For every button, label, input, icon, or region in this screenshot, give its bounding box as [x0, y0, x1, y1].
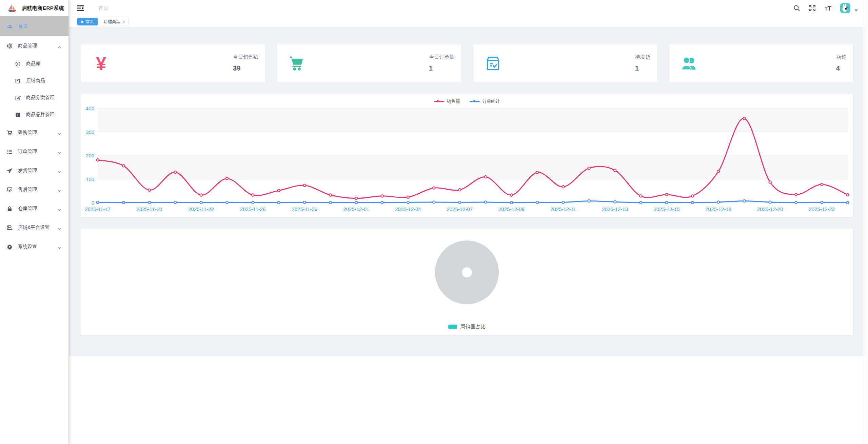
send-icon	[7, 168, 13, 174]
stat-card-label: 今日销售额	[233, 54, 258, 60]
active-dot-icon	[81, 21, 83, 23]
sidebar-item-5[interactable]: 售后管理	[0, 180, 68, 199]
stat-card-label: 今日订单量	[429, 54, 454, 60]
sidebar-subitem-label: 商品库	[26, 61, 40, 67]
font-size-icon[interactable]: TT	[825, 5, 831, 12]
tag-label: 店铺商品	[104, 19, 120, 25]
legend-item-1[interactable]: 订单统计	[470, 98, 500, 104]
chevron-down-icon	[58, 245, 61, 249]
lock-icon	[7, 206, 13, 212]
sidebar-item-7[interactable]: 店铺&平台设置	[0, 218, 68, 237]
sidebar-item-6[interactable]: 仓库管理	[0, 199, 68, 218]
sidebar-item-1[interactable]: 商品管理	[0, 36, 68, 55]
server-icon	[7, 225, 13, 231]
sidebar-item-label: 商品管理	[18, 43, 37, 49]
sidebar-item-8[interactable]: 系统设置	[0, 237, 68, 256]
sidebar: 启航电商ERP系统 首页 商品管理 商品库 店铺商品 商品分类管理I 商品品牌管…	[0, 0, 69, 444]
line-marker-icon	[470, 99, 480, 103]
tag-label: 首页	[86, 19, 94, 25]
svg-text:2025-12-04: 2025-12-04	[395, 206, 421, 212]
sales-orders-chart-card: 销售额 订单统计 01002003004002025-11-172025-11-…	[81, 94, 853, 217]
svg-text:0: 0	[92, 200, 94, 206]
tag-bar: 首页店铺商品×	[69, 16, 868, 27]
svg-text:100: 100	[86, 176, 94, 182]
chevron-up-icon	[58, 44, 61, 48]
sailboat-logo-icon	[7, 3, 17, 13]
vertical-scrollbar[interactable]	[863, 0, 868, 444]
svg-text:2025-12-22: 2025-12-22	[809, 206, 835, 212]
legend-label: 订单统计	[482, 98, 500, 104]
svg-text:2025-11-20: 2025-11-20	[137, 206, 162, 212]
sidebar-subitem-1-3[interactable]: I 商品品牌管理	[0, 106, 68, 123]
sidebar-item-0[interactable]: 首页	[0, 16, 68, 36]
stat-card-label: 店铺	[836, 54, 846, 60]
svg-text:2025-11-26: 2025-11-26	[240, 206, 266, 212]
stat-card-0: ¥ 今日销售额 39	[81, 44, 265, 82]
svg-text:2025-11-17: 2025-11-17	[85, 206, 111, 212]
yen-icon: ¥	[92, 54, 111, 73]
svg-text:2025-11-29: 2025-11-29	[292, 206, 317, 212]
sidebar-item-label: 采购管理	[18, 130, 37, 136]
sidebar-subitem-1-0[interactable]: 商品库	[0, 55, 68, 72]
cart-filled-icon	[288, 54, 307, 73]
svg-text:300: 300	[86, 129, 94, 135]
sidebar-subitem-1-1[interactable]: 店铺商品	[0, 72, 68, 89]
sidebar-subitem-label: 商品分类管理	[26, 95, 55, 101]
stat-card-value: 4	[836, 64, 846, 72]
fullscreen-icon[interactable]	[809, 5, 816, 12]
target-icon	[15, 61, 21, 67]
legend-item-0[interactable]: 销售额	[434, 98, 460, 104]
globe-icon	[7, 43, 13, 49]
close-icon[interactable]: ×	[122, 20, 125, 24]
sidebar-item-4[interactable]: 发货管理	[0, 161, 68, 180]
svg-text:2025-12-01: 2025-12-01	[343, 206, 369, 212]
line-marker-icon	[434, 99, 444, 103]
svg-text:2025-12-18: 2025-12-18	[705, 206, 731, 212]
svg-text:200: 200	[86, 153, 94, 158]
tab-tag-0[interactable]: 首页	[77, 18, 98, 25]
donut-legend-swatch	[448, 325, 457, 329]
svg-text:400: 400	[86, 105, 94, 111]
app-title: 启航电商ERP系统	[22, 5, 64, 12]
svg-text:2025-11-22: 2025-11-22	[188, 206, 214, 212]
svg-text:2025-12-15: 2025-12-15	[654, 206, 680, 212]
breadcrumb: 首页	[98, 5, 108, 12]
gear-icon	[7, 244, 13, 250]
main-content: ¥ 今日销售额 39 今日订单量 1 待发货 1 店铺 4 销售额 订单统计 0…	[69, 27, 863, 356]
donut-legend-item[interactable]: 周销量占比	[81, 324, 853, 330]
app-logo: 启航电商ERP系统	[0, 0, 68, 16]
stat-card-value: 39	[233, 64, 258, 72]
tab-tag-1[interactable]: 店铺商品×	[100, 18, 129, 25]
aftersale-icon	[7, 187, 13, 193]
stat-card-row: ¥ 今日销售额 39 今日订单量 1 待发货 1 店铺 4	[81, 44, 853, 82]
sidebar-item-label: 系统设置	[18, 244, 37, 250]
sidebar-item-2[interactable]: 采购管理	[0, 123, 68, 142]
chevron-down-icon	[58, 226, 61, 230]
user-avatar[interactable]	[840, 3, 850, 13]
legend-label: 销售额	[447, 98, 460, 104]
weekly-sales-donut-card: 周销量占比	[81, 229, 853, 335]
chevron-down-icon	[58, 150, 61, 154]
brand-icon: I	[15, 112, 21, 118]
sidebar-item-3[interactable]: 订单管理	[0, 142, 68, 161]
chevron-down-icon	[58, 188, 61, 192]
stat-card-1: 今日订单量 1	[277, 44, 461, 82]
compose-icon	[15, 95, 21, 101]
chevron-down-icon	[58, 131, 61, 135]
svg-text:2025-12-07: 2025-12-07	[447, 206, 473, 212]
sidebar-item-label: 订单管理	[18, 149, 37, 155]
list-icon	[7, 149, 13, 155]
caret-down-icon[interactable]	[854, 9, 858, 12]
svg-text:2025-12-11: 2025-12-11	[550, 206, 576, 212]
chevron-down-icon	[58, 169, 61, 173]
menu-fold-icon[interactable]	[77, 5, 84, 12]
sidebar-subitem-1-2[interactable]: 商品分类管理	[0, 89, 68, 106]
chevron-down-icon	[58, 207, 61, 211]
edit-icon	[15, 78, 21, 84]
search-icon[interactable]	[793, 5, 800, 12]
donut-legend-label: 周销量占比	[460, 324, 486, 330]
sidebar-item-label: 售后管理	[18, 187, 37, 193]
stat-card-label: 待发货	[635, 54, 650, 60]
sidebar-item-label: 店铺&平台设置	[18, 225, 50, 231]
stat-card-value: 1	[635, 64, 650, 72]
